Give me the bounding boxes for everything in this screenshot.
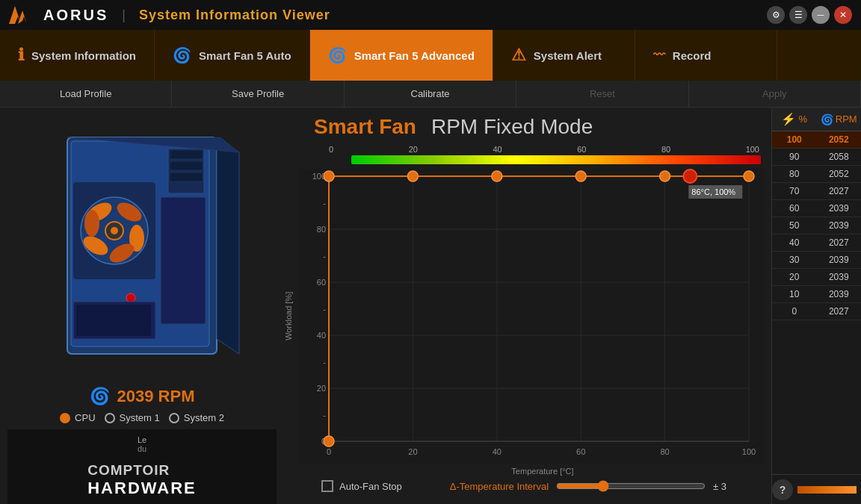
fan-auto-icon: 🌀 bbox=[173, 46, 191, 64]
rpm-row-70[interactable]: 70 2027 bbox=[772, 183, 861, 200]
tab-system-info[interactable]: ℹ System Information bbox=[0, 30, 155, 81]
lightning-icon: ⚡ bbox=[781, 112, 796, 126]
system2-radio[interactable] bbox=[169, 413, 179, 423]
svg-rect-20 bbox=[76, 305, 151, 336]
rpm-row-100[interactable]: 100 2052 bbox=[772, 131, 861, 149]
svg-rect-7 bbox=[170, 172, 203, 181]
titlebar: AORUS | System Information Viewer ⚙ ☰ ─ … bbox=[0, 0, 861, 30]
smart-fan-title: Smart Fan bbox=[314, 115, 416, 139]
record-icon: 〰 bbox=[653, 49, 665, 62]
sensor-system2[interactable]: System 2 bbox=[169, 412, 224, 423]
fan-rpm-icon: 🌀 bbox=[90, 387, 110, 406]
tab-fan5-advanced[interactable]: 🌀 Smart Fan 5 Advanced bbox=[310, 30, 493, 81]
help-button[interactable]: ? bbox=[772, 479, 793, 500]
rpm-label: RPM bbox=[836, 113, 857, 125]
orange-bar bbox=[797, 486, 857, 494]
svg-point-15 bbox=[84, 210, 99, 237]
logo-area: AORUS | System Information Viewer bbox=[9, 6, 330, 24]
rpm-row-0[interactable]: 0 2027 bbox=[772, 303, 861, 320]
sensor-cpu[interactable]: CPU bbox=[60, 412, 95, 423]
auto-fan-stop-checkbox[interactable] bbox=[321, 480, 333, 492]
rpm-rpm-cell: 2039 bbox=[817, 217, 862, 234]
rpm-percent-cell: 100 bbox=[772, 131, 817, 148]
logo-text: AORUS bbox=[43, 7, 108, 24]
logo-line1: Le bbox=[138, 435, 146, 444]
tab-system-alert[interactable]: ⚠ System Alert bbox=[493, 30, 635, 81]
aorus-logo-icon bbox=[9, 6, 36, 24]
rpm-row-80[interactable]: 80 2052 bbox=[772, 166, 861, 183]
tab-fan5-auto-label: Smart Fan 5 Auto bbox=[199, 49, 291, 62]
sensor-system1[interactable]: System 1 bbox=[105, 412, 160, 423]
rpm-table-body: 100 2052 90 2058 80 2052 70 2027 60 2039… bbox=[772, 131, 861, 474]
close-button[interactable]: ✕ bbox=[834, 6, 852, 24]
rpm-percent-cell: 60 bbox=[772, 200, 817, 217]
load-profile-button[interactable]: Load Profile bbox=[0, 81, 172, 107]
svg-rect-5 bbox=[170, 150, 203, 159]
bottom-logo: Le du COMPTOIR HARDWARE bbox=[7, 429, 277, 504]
fan-advanced-icon: 🌀 bbox=[328, 46, 347, 64]
rpm-row-50[interactable]: 50 2039 bbox=[772, 217, 861, 234]
toolbar: Load Profile Save Profile Calibrate Rese… bbox=[0, 81, 861, 108]
temp-gradient-bar bbox=[351, 155, 761, 164]
rpm-table-panel: ⚡ % 🌀 RPM 100 2052 90 2058 80 2052 70 20… bbox=[771, 108, 861, 504]
interval-value: ± 3 bbox=[713, 481, 734, 492]
apply-button: Apply bbox=[689, 81, 861, 107]
rpm-rpm-cell: 2039 bbox=[817, 286, 862, 302]
cpu-radio[interactable] bbox=[60, 413, 70, 423]
rpm-row-20[interactable]: 20 2039 bbox=[772, 269, 861, 286]
menu-button[interactable]: ☰ bbox=[789, 6, 807, 24]
rpm-rpm-cell: 2039 bbox=[817, 200, 862, 217]
left-panel: 🌀 2039 RPM CPU System 1 System 2 Le du bbox=[0, 108, 284, 504]
interval-slider[interactable] bbox=[556, 480, 706, 492]
cpu-label: CPU bbox=[75, 412, 95, 423]
calibrate-button[interactable]: Calibrate bbox=[345, 81, 516, 107]
auto-fan-stop-label: Auto-Fan Stop bbox=[339, 481, 402, 492]
percent-col-header: ⚡ % bbox=[772, 108, 817, 131]
rpm-rpm-cell: 2027 bbox=[817, 183, 862, 199]
rpm-row-40[interactable]: 40 2027 bbox=[772, 234, 861, 252]
rpm-rpm-cell: 2058 bbox=[817, 149, 862, 165]
alert-icon: ⚠ bbox=[511, 46, 526, 65]
tab-fan5-advanced-label: Smart Fan 5 Advanced bbox=[354, 49, 475, 62]
auto-fan-stop-control[interactable]: Auto-Fan Stop bbox=[321, 480, 402, 492]
chart-area: Smart Fan RPM Fixed Mode 0 20 40 60 80 1… bbox=[284, 108, 771, 504]
rpm-table-header: ⚡ % 🌀 RPM bbox=[772, 108, 861, 131]
fan-chart-canvas[interactable] bbox=[299, 169, 764, 464]
rpm-row-30[interactable]: 30 2039 bbox=[772, 252, 861, 269]
graph-container: Workload [%] bbox=[284, 169, 764, 464]
svg-point-18 bbox=[126, 293, 135, 302]
settings-button[interactable]: ⚙ bbox=[767, 6, 785, 24]
system1-radio[interactable] bbox=[105, 413, 115, 423]
chart-canvas-container bbox=[299, 169, 764, 464]
rpm-rpm-cell: 2052 bbox=[817, 166, 862, 182]
mode-title: RPM Fixed Mode bbox=[431, 115, 593, 139]
hardware-name: HARDWARE bbox=[87, 479, 197, 498]
rpm-display: 🌀 2039 RPM bbox=[90, 387, 195, 406]
rpm-row-10[interactable]: 10 2039 bbox=[772, 286, 861, 303]
tab-record[interactable]: 〰 Record bbox=[635, 30, 777, 81]
y-axis-label: Workload [%] bbox=[284, 169, 299, 464]
rpm-percent-cell: 90 bbox=[772, 149, 817, 165]
logo-line2: du bbox=[138, 444, 146, 453]
minimize-button[interactable]: ─ bbox=[812, 6, 830, 24]
save-profile-button[interactable]: Save Profile bbox=[172, 81, 344, 107]
tab-system-alert-label: System Alert bbox=[534, 49, 602, 62]
app-title: System Information Viewer bbox=[139, 7, 330, 23]
svg-rect-6 bbox=[170, 161, 203, 170]
x-axis-label: Temperature [°C] bbox=[321, 467, 764, 476]
pc-case-svg bbox=[30, 122, 254, 376]
main-content: 🌀 2039 RPM CPU System 1 System 2 Le du bbox=[0, 108, 861, 504]
tab-record-label: Record bbox=[673, 49, 712, 62]
rpm-percent-cell: 50 bbox=[772, 217, 817, 234]
info-icon: ℹ bbox=[18, 46, 24, 65]
svg-marker-22 bbox=[217, 137, 239, 354]
svg-point-17 bbox=[111, 227, 118, 234]
rpm-row-60[interactable]: 60 2039 bbox=[772, 200, 861, 217]
svg-rect-21 bbox=[161, 197, 206, 324]
temp-gradient-area: 0 20 40 60 80 100 bbox=[329, 145, 761, 167]
tab-fan5-auto[interactable]: 🌀 Smart Fan 5 Auto bbox=[155, 30, 310, 81]
temp-top-labels: 0 20 40 60 80 100 bbox=[329, 145, 761, 154]
rpm-percent-cell: 20 bbox=[772, 269, 817, 285]
rpm-percent-cell: 0 bbox=[772, 303, 817, 320]
rpm-row-90[interactable]: 90 2058 bbox=[772, 149, 861, 166]
